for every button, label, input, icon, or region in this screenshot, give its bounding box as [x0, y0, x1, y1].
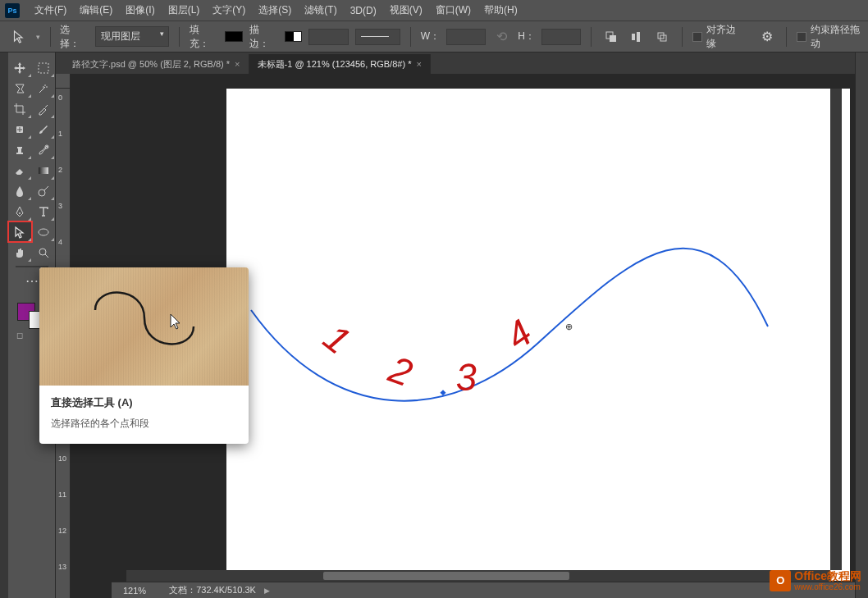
svg-rect-3: [637, 32, 640, 42]
healing-brush-tool-icon[interactable]: [8, 119, 32, 139]
tab-label-2: 未标题-1 @ 121% (123456, RGB/8#) *: [258, 58, 412, 71]
fill-label: 填充：: [190, 23, 218, 51]
select-label: 选择：: [60, 23, 89, 51]
eraser-tool-icon[interactable]: [8, 160, 32, 180]
lasso-tool-icon[interactable]: [8, 78, 32, 98]
stroke-swatch[interactable]: [285, 31, 302, 42]
path-arrange-icon[interactable]: [653, 27, 672, 47]
align-edges-checkbox[interactable]: 对齐边缘: [692, 23, 744, 51]
close-icon[interactable]: ×: [416, 59, 421, 69]
clone-stamp-tool-icon[interactable]: [8, 139, 32, 160]
w-label: W：: [421, 30, 440, 43]
menu-type[interactable]: 文字(Y): [206, 3, 252, 17]
ellipse-tool-icon[interactable]: [32, 221, 56, 242]
options-bar: ▾ 选择： 现用图层 填充： 描边： W： ⟲ H： 对齐边缘 ⚙ 约束路径拖动: [0, 21, 868, 52]
tab-document-1[interactable]: 路径文字.psd @ 50% (图层 2, RGB/8) *×: [64, 54, 249, 74]
stroke-style-dropdown[interactable]: [355, 29, 400, 45]
path-char-4: 4: [498, 311, 540, 358]
tooltip-preview: [39, 267, 249, 386]
menu-image[interactable]: 图像(I): [119, 3, 161, 17]
svg-rect-2: [632, 34, 635, 40]
collapse-strip[interactable]: [0, 52, 8, 598]
ps-logo: Ps: [5, 3, 20, 18]
magic-wand-tool-icon[interactable]: [32, 78, 56, 98]
select-layer-dropdown[interactable]: 现用图层: [95, 26, 169, 47]
fill-swatch[interactable]: [225, 31, 242, 42]
path-char-2: 2: [383, 347, 418, 395]
tool-tooltip: 直接选择工具 (A) 选择路径的各个点和段: [39, 267, 249, 444]
stroke-width-dropdown[interactable]: [308, 29, 349, 45]
document-tabs: 路径文字.psd @ 50% (图层 2, RGB/8) *× 未标题-1 @ …: [56, 52, 855, 74]
menu-filter[interactable]: 滤镜(T): [298, 3, 343, 17]
width-input[interactable]: [446, 29, 486, 45]
svg-text:⊕: ⊕: [565, 322, 573, 331]
scrollbar-horizontal[interactable]: [126, 570, 830, 582]
constrain-path-checkbox[interactable]: 约束路径拖动: [797, 23, 868, 51]
path-text[interactable]: 1 2 3 4: [316, 311, 540, 399]
path-ops-icon[interactable]: [601, 27, 620, 47]
scrollbar-thumb[interactable]: [323, 572, 569, 580]
close-icon[interactable]: ×: [235, 59, 240, 69]
history-brush-tool-icon[interactable]: [32, 139, 56, 160]
menu-3d[interactable]: 3D(D): [344, 5, 383, 16]
path-char-1: 1: [316, 316, 359, 363]
pen-tool-icon[interactable]: [8, 201, 32, 221]
menu-help[interactable]: 帮助(H): [477, 3, 524, 17]
path-align-icon[interactable]: [627, 27, 646, 47]
dodge-tool-icon[interactable]: [32, 180, 56, 201]
canvas[interactable]: ⊕ 1 2 3 4: [226, 89, 850, 581]
stroke-label: 描边：: [249, 23, 278, 51]
status-flyout-icon[interactable]: ▶: [264, 587, 270, 595]
menu-window[interactable]: 窗口(W): [429, 3, 477, 17]
tab-document-2[interactable]: 未标题-1 @ 121% (123456, RGB/8#) *×: [249, 54, 431, 74]
hand-tool-icon[interactable]: [8, 242, 32, 262]
svg-rect-1: [610, 35, 616, 42]
scrollbar-vertical[interactable]: [830, 89, 842, 570]
quick-mask-icon[interactable]: ◻: [8, 327, 32, 342]
menu-view[interactable]: 视图(V): [383, 3, 429, 17]
panel-strip[interactable]: [855, 52, 868, 598]
move-tool-icon[interactable]: [8, 57, 32, 78]
tab-label-1: 路径文字.psd @ 50% (图层 2, RGB/8) *: [72, 58, 230, 71]
gradient-tool-icon[interactable]: [32, 160, 56, 180]
svg-point-10: [39, 189, 45, 196]
type-tool-icon[interactable]: [32, 201, 56, 221]
height-input[interactable]: [541, 29, 581, 45]
link-wh-icon[interactable]: ⟲: [492, 27, 511, 47]
svg-point-13: [39, 249, 46, 255]
align-edges-label: 对齐边缘: [706, 23, 745, 51]
h-label: H：: [518, 30, 535, 43]
constrain-path-label: 约束路径拖动: [811, 23, 868, 51]
svg-point-11: [19, 212, 21, 214]
menu-layer[interactable]: 图层(L): [162, 3, 207, 17]
menu-edit[interactable]: 编辑(E): [73, 3, 119, 17]
zoom-tool-icon[interactable]: [32, 242, 56, 262]
gear-icon[interactable]: ⚙: [757, 27, 776, 47]
doc-size-label: 文档：: [169, 585, 196, 595]
marquee-tool-icon[interactable]: [32, 57, 56, 78]
status-bar: 121% 文档：732.4K/510.3K ▶: [112, 582, 855, 598]
direct-selection-tool-icon[interactable]: [11, 30, 26, 44]
tooltip-title: 直接选择工具 (A): [51, 395, 237, 410]
svg-rect-6: [39, 63, 48, 73]
svg-point-12: [39, 229, 48, 235]
menu-file[interactable]: 文件(F): [28, 3, 73, 17]
zoom-level[interactable]: 121%: [123, 586, 146, 596]
eyedropper-tool-icon[interactable]: [32, 98, 56, 119]
menubar: Ps 文件(F) 编辑(E) 图像(I) 图层(L) 文字(Y) 选择(S) 滤…: [0, 0, 868, 21]
blur-tool-icon[interactable]: [8, 180, 32, 201]
crop-tool-icon[interactable]: [8, 98, 32, 119]
doc-size-value: 732.4K/510.3K: [196, 585, 256, 595]
direct-selection-tool-icon[interactable]: [8, 221, 32, 242]
brush-tool-icon[interactable]: [32, 119, 56, 139]
menu-select[interactable]: 选择(S): [252, 3, 298, 17]
tool-dropdown-icon[interactable]: ▾: [36, 33, 40, 41]
svg-rect-9: [39, 167, 48, 174]
tooltip-description: 选择路径的各个点和段: [51, 417, 237, 431]
anchor-point[interactable]: [440, 390, 445, 395]
path-char-3: 3: [455, 355, 478, 399]
